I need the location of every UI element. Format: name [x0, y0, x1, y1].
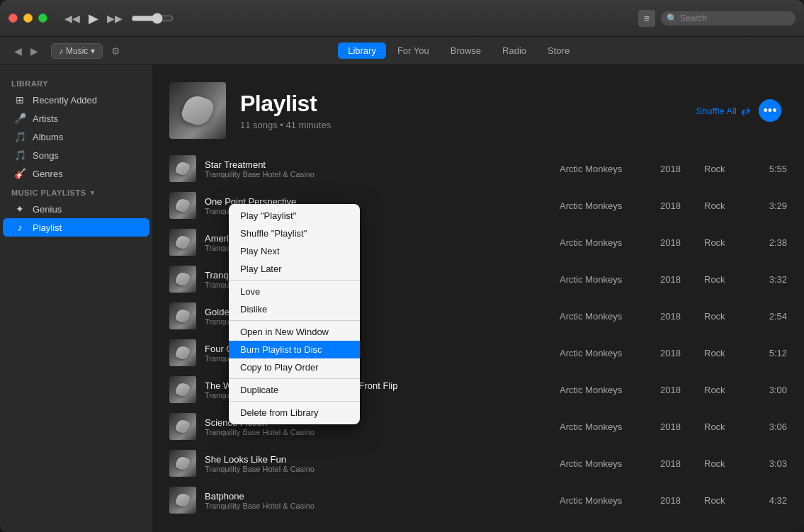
tab-store[interactable]: Store: [538, 43, 579, 59]
track-artist: Arctic Monkeys: [560, 458, 652, 469]
tab-library[interactable]: Library: [338, 43, 386, 59]
maximize-button[interactable]: [38, 13, 47, 23]
track-artwork: [169, 192, 196, 219]
track-year: 2018: [660, 200, 696, 211]
sidebar-item-songs[interactable]: 🎵 Songs: [3, 146, 149, 164]
content-area: Playlist 11 songs • 41 minutes Shuffle A…: [152, 65, 804, 532]
ctx-delete-library[interactable]: Delete from Library: [229, 404, 360, 421]
more-button[interactable]: •••: [759, 99, 781, 122]
track-artwork: [169, 339, 196, 366]
track-year: 2018: [660, 348, 696, 358]
track-album: Tranquility Base Hotel & Casino: [205, 502, 551, 510]
track-duration: 5:55: [755, 164, 787, 174]
track-duration: 3:03: [755, 458, 787, 469]
minimize-button[interactable]: [23, 13, 33, 23]
music-playlists-header[interactable]: Music Playlists ▾: [0, 183, 152, 200]
more-label: •••: [764, 103, 777, 118]
track-year: 2018: [660, 421, 696, 432]
playlist-header: Playlist 11 songs • 41 minutes Shuffle A…: [152, 65, 804, 150]
track-name: Star Treatment: [205, 159, 551, 170]
tab-for-you[interactable]: For You: [387, 43, 439, 59]
library-section-label: Library: [0, 74, 152, 91]
ctx-play-later[interactable]: Play Later: [229, 260, 360, 278]
music-note-icon: ♪: [59, 46, 63, 56]
close-button[interactable]: [9, 13, 18, 23]
playback-controls: ◀◀ ▶ ▶▶: [62, 11, 174, 26]
track-genre: Rock: [704, 458, 747, 469]
ctx-play-playlist[interactable]: Play "Playlist": [229, 207, 360, 225]
sidebar-item-label: Artists: [33, 113, 58, 124]
tab-browse[interactable]: Browse: [441, 43, 491, 59]
table-row[interactable]: She Looks Like Fun Tranquility Base Hote…: [164, 445, 793, 482]
track-year: 2018: [660, 274, 696, 285]
track-album: Tranquility Base Hotel & Casino: [205, 465, 551, 473]
track-artwork: [169, 155, 196, 182]
nav-back-arrow[interactable]: ◀: [11, 44, 25, 58]
track-duration: 3:29: [755, 200, 787, 211]
ctx-duplicate[interactable]: Duplicate: [229, 381, 360, 399]
source-chevron-icon: ▾: [91, 46, 95, 56]
source-label: Music: [66, 46, 88, 56]
track-album: Tranquility Base Hotel & Casino: [205, 170, 551, 179]
source-button[interactable]: ♪ Music ▾: [51, 43, 103, 59]
track-year: 2018: [660, 495, 696, 506]
ctx-love[interactable]: Love: [229, 283, 360, 300]
play-button[interactable]: ▶: [89, 11, 98, 26]
playlist-info: Playlist 11 songs • 41 minutes: [240, 91, 681, 130]
track-artist: Arctic Monkeys: [560, 164, 652, 174]
track-artwork: [169, 450, 196, 477]
ctx-divider-3: [229, 378, 360, 379]
track-artwork: [169, 376, 196, 403]
nav-forward-arrow[interactable]: ▶: [28, 44, 41, 58]
ctx-shuffle-playlist[interactable]: Shuffle "Playlist": [229, 225, 360, 242]
ctx-burn-playlist[interactable]: Burn Playlist to Disc: [229, 341, 360, 358]
sidebar-item-label: Songs: [33, 150, 59, 161]
ctx-open-new-window[interactable]: Open in New Window: [229, 323, 360, 341]
sidebar-item-albums[interactable]: 🎵 Albums: [3, 128, 149, 146]
track-artist: Arctic Monkeys: [560, 495, 652, 506]
track-artist: Arctic Monkeys: [560, 385, 652, 395]
track-year: 2018: [660, 164, 696, 174]
track-year: 2018: [660, 458, 696, 469]
track-artist: Arctic Monkeys: [560, 311, 652, 322]
playlist-title: Playlist: [240, 91, 681, 117]
track-info: Star Treatment Tranquility Base Hotel & …: [205, 159, 551, 179]
track-artwork: [169, 266, 196, 293]
track-genre: Rock: [704, 348, 747, 358]
gear-button[interactable]: ⚙: [111, 45, 120, 57]
playlist-icon: ♪: [14, 222, 26, 233]
track-genre: Rock: [704, 164, 747, 174]
track-artwork: [169, 413, 196, 440]
sidebar-item-label: Recently Added: [33, 95, 97, 106]
ctx-dislike[interactable]: Dislike: [229, 300, 360, 318]
track-artist: Arctic Monkeys: [560, 421, 652, 432]
context-menu: Play "Playlist" Shuffle "Playlist" Play …: [229, 204, 360, 424]
back-button[interactable]: ◀◀: [62, 11, 83, 26]
shuffle-all-label: Shuffle All: [696, 106, 737, 116]
volume-slider[interactable]: [131, 13, 174, 24]
sidebar-item-playlist[interactable]: ♪ Playlist: [3, 218, 149, 237]
sidebar-item-artists[interactable]: 🎤 Artists: [3, 109, 149, 128]
sidebar: Library ⊞ Recently Added 🎤 Artists 🎵 Alb…: [0, 65, 152, 532]
track-duration: 3:06: [755, 421, 787, 432]
search-input[interactable]: [680, 13, 790, 23]
track-duration: 3:32: [755, 274, 787, 285]
sidebar-item-recently-added[interactable]: ⊞ Recently Added: [3, 91, 149, 109]
table-row[interactable]: Batphone Tranquility Base Hotel & Casino…: [164, 482, 793, 519]
track-name: Batphone: [205, 491, 551, 502]
albums-icon: 🎵: [14, 131, 26, 142]
ctx-copy-play-order[interactable]: Copy to Play Order: [229, 358, 360, 376]
track-artist: Arctic Monkeys: [560, 200, 652, 211]
forward-button[interactable]: ▶▶: [104, 11, 125, 26]
genres-icon: 🎸: [14, 168, 26, 179]
sidebar-item-label: Albums: [33, 132, 63, 142]
table-row[interactable]: Star Treatment Tranquility Base Hotel & …: [164, 150, 793, 187]
tab-radio[interactable]: Radio: [492, 43, 536, 59]
sidebar-item-genius[interactable]: ✦ Genius: [3, 200, 149, 218]
sidebar-item-genres[interactable]: 🎸 Genres: [3, 164, 149, 183]
shuffle-all-button[interactable]: Shuffle All ⇄: [696, 104, 750, 118]
list-view-button[interactable]: ≡: [638, 10, 655, 27]
nav-bar: ◀ ▶ ♪ Music ▾ ⚙ Library For You Browse R…: [0, 37, 804, 65]
ctx-play-next[interactable]: Play Next: [229, 242, 360, 260]
shuffle-icon: ⇄: [741, 104, 750, 118]
